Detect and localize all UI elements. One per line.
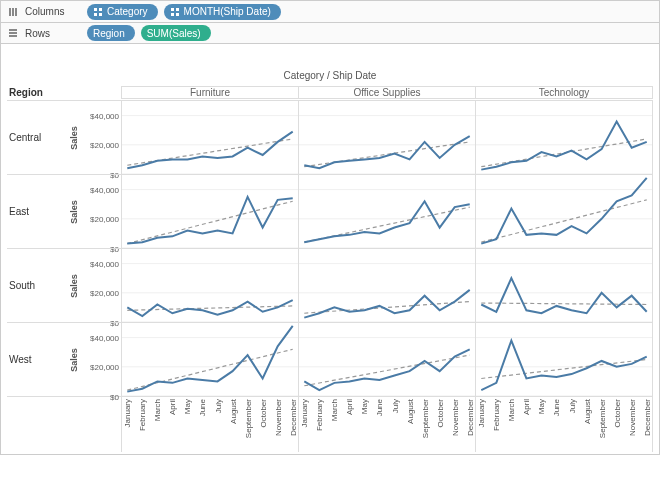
svg-rect-3: [94, 8, 97, 11]
category-header-row: Region Furniture Office Supplies Technol…: [7, 84, 653, 100]
month-label: September: [420, 399, 429, 438]
svg-rect-11: [9, 29, 17, 31]
svg-line-29: [127, 201, 292, 243]
month-label: February: [138, 399, 147, 431]
columns-icon: [7, 7, 19, 17]
chart-cell[interactable]: [121, 322, 298, 396]
month-label: September: [597, 399, 606, 438]
month-label: December: [288, 399, 297, 436]
rows-label: Rows: [25, 28, 81, 39]
month-label: November: [273, 399, 282, 436]
month-label: October: [612, 399, 621, 427]
month-label: April: [345, 399, 354, 415]
svg-rect-5: [94, 13, 97, 16]
month-label: February: [492, 399, 501, 431]
category-header-technology[interactable]: Technology: [475, 86, 653, 99]
month-label: December: [465, 399, 474, 436]
chart-row: SouthSales$40,000$20,000$0: [7, 248, 653, 322]
chart-row: CentralSales$40,000$20,000$0: [7, 100, 653, 174]
month-label: May: [183, 399, 192, 414]
svg-rect-8: [176, 8, 179, 11]
month-label: April: [168, 399, 177, 415]
x-axis-row: JanuaryFebruaryMarchAprilMayJuneJulyAugu…: [7, 396, 653, 452]
columns-shelf[interactable]: Columns Category MONTH(Ship Date): [0, 0, 660, 22]
month-label: July: [213, 399, 222, 413]
pill-label: Region: [93, 28, 125, 39]
chart-cell[interactable]: [475, 248, 653, 322]
region-label[interactable]: West: [7, 322, 63, 396]
region-label[interactable]: East: [7, 174, 63, 248]
month-label: March: [507, 399, 516, 421]
chart-cell[interactable]: [298, 100, 475, 174]
svg-rect-9: [171, 13, 174, 16]
month-label: August: [228, 399, 237, 424]
y-tick-labels: $40,000$20,000$0: [85, 174, 121, 248]
column-super-title: Category / Ship Date: [7, 70, 653, 84]
month-label: March: [330, 399, 339, 421]
chart-cell[interactable]: [298, 322, 475, 396]
category-header-furniture[interactable]: Furniture: [121, 86, 298, 99]
month-label: October: [258, 399, 267, 427]
month-label: December: [642, 399, 651, 436]
chart-cell[interactable]: [298, 174, 475, 248]
y-tick-labels: $40,000$20,000$0: [85, 248, 121, 322]
region-label[interactable]: South: [7, 248, 63, 322]
svg-line-57: [304, 355, 469, 386]
svg-rect-2: [15, 8, 17, 16]
svg-line-17: [127, 139, 292, 165]
svg-rect-10: [176, 13, 179, 16]
region-label[interactable]: Central: [7, 100, 63, 174]
x-axis-furniture: JanuaryFebruaryMarchAprilMayJuneJulyAugu…: [121, 396, 298, 452]
rows-icon: [7, 28, 19, 38]
sales-axis-label: Sales: [63, 322, 85, 396]
svg-rect-1: [12, 8, 14, 16]
x-axis-office-supplies: JanuaryFebruaryMarchAprilMayJuneJulyAugu…: [298, 396, 475, 452]
chart-cell[interactable]: [475, 322, 653, 396]
pill-label: SUM(Sales): [147, 28, 201, 39]
chart-row: WestSales$40,000$20,000$0: [7, 322, 653, 396]
pill-label: MONTH(Ship Date): [184, 6, 271, 17]
sales-axis-label: Sales: [63, 100, 85, 174]
svg-rect-7: [171, 8, 174, 11]
rows-shelf[interactable]: Rows Region SUM(Sales): [0, 22, 660, 44]
month-label: June: [198, 399, 207, 416]
pill-sum-sales[interactable]: SUM(Sales): [141, 25, 211, 41]
svg-rect-6: [99, 13, 102, 16]
columns-label: Columns: [25, 6, 81, 17]
svg-rect-0: [9, 8, 11, 16]
pill-region[interactable]: Region: [87, 25, 135, 41]
chart-cell[interactable]: [121, 100, 298, 174]
discrete-icon: [170, 7, 180, 17]
month-label: October: [435, 399, 444, 427]
month-label: June: [375, 399, 384, 416]
discrete-icon: [93, 7, 103, 17]
month-label: May: [537, 399, 546, 414]
pill-month-ship-date[interactable]: MONTH(Ship Date): [164, 4, 281, 20]
chart-cell[interactable]: [121, 174, 298, 248]
svg-rect-12: [9, 32, 17, 34]
chart-cell[interactable]: [121, 248, 298, 322]
month-label: November: [627, 399, 636, 436]
chart-body: CentralSales$40,000$20,000$0EastSales$40…: [7, 100, 653, 396]
pill-category[interactable]: Category: [87, 4, 158, 20]
svg-rect-13: [9, 35, 17, 37]
chart-cell[interactable]: [475, 174, 653, 248]
category-header-office-supplies[interactable]: Office Supplies: [298, 86, 475, 99]
month-label: April: [522, 399, 531, 415]
visualization-area: Category / Ship Date Region Furniture Of…: [0, 44, 660, 455]
chart-cell[interactable]: [298, 248, 475, 322]
chart-row: EastSales$40,000$20,000$0: [7, 174, 653, 248]
month-label: January: [477, 399, 486, 427]
chart-cell[interactable]: [475, 100, 653, 174]
month-label: August: [405, 399, 414, 424]
month-label: November: [450, 399, 459, 436]
x-axis-technology: JanuaryFebruaryMarchAprilMayJuneJulyAugu…: [475, 396, 653, 452]
month-label: September: [243, 399, 252, 438]
month-label: June: [552, 399, 561, 416]
month-label: January: [123, 399, 132, 427]
pill-label: Category: [107, 6, 148, 17]
y-tick-labels: $40,000$20,000$0: [85, 322, 121, 396]
sales-axis-label: Sales: [63, 248, 85, 322]
month-label: May: [360, 399, 369, 414]
month-label: August: [582, 399, 591, 424]
